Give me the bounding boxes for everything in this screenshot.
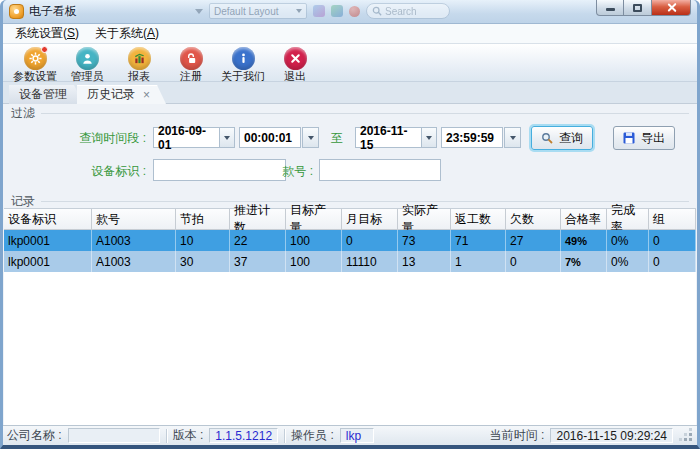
filter-group-title: 过滤: [11, 105, 35, 122]
gear-icon: [24, 47, 47, 70]
app-icon: [9, 4, 24, 19]
toolbar-exit[interactable]: 退出: [269, 45, 321, 83]
resize-grip-icon[interactable]: [681, 430, 693, 442]
table-row[interactable]: lkp0001 A1003 30 37 100 11110 13 1 0 7% …: [4, 251, 696, 272]
column-header[interactable]: 欠数: [506, 209, 561, 230]
version-value: 1.1.5.1212: [209, 428, 278, 443]
notification-badge: [41, 46, 48, 53]
records-grid: 设备标识 款号 节拍 推进计数 目标产量 月目标 实际产量 返工数 欠数 合格率…: [4, 208, 696, 425]
grid-empty-area: [4, 272, 696, 425]
unlock-icon: [180, 47, 203, 70]
date-from-picker[interactable]: 2016-09-01: [153, 127, 235, 148]
app-window: 电子看板 Default Layout Search: [0, 0, 700, 449]
minimize-icon: [606, 8, 615, 11]
info-icon: [232, 47, 255, 70]
person-icon: [76, 47, 99, 70]
filter-zone: 查询时间段 : 2016-09-01 00:00:01 至 2016-11-15…: [3, 120, 697, 192]
group-divider: [41, 113, 689, 114]
close-button[interactable]: [651, 0, 691, 16]
query-button[interactable]: 查询: [531, 126, 593, 150]
company-name-value: [68, 428, 160, 443]
tab-strip: 设备管理 历史记录 ×: [3, 82, 697, 104]
device-id-label: 设备标识 :: [3, 163, 146, 180]
status-bar: 公司名称 : 版本 : 1.1.5.1212 操作员 : lkp 当前时间 : …: [3, 425, 697, 445]
column-header[interactable]: 组: [649, 209, 696, 230]
menu-bar: 系统设置(S) 关于系统(A): [3, 24, 697, 44]
column-header[interactable]: 目标产量: [286, 209, 342, 230]
date-to-picker[interactable]: 2016-11-15: [355, 127, 437, 148]
filter-group-header: 过滤: [3, 104, 697, 120]
time-to-dropdown-button[interactable]: [504, 127, 521, 148]
column-header[interactable]: 款号: [92, 209, 176, 230]
column-header[interactable]: 月目标: [342, 209, 398, 230]
floppy-icon: [623, 132, 635, 144]
exit-icon: [284, 47, 307, 70]
column-header[interactable]: 实际产量: [398, 209, 451, 230]
grid-header-row: 设备标识 款号 节拍 推进计数 目标产量 月目标 实际产量 返工数 欠数 合格率…: [4, 209, 696, 230]
style-no-label: 款号 :: [253, 163, 313, 180]
toolbar-report[interactable]: 报表: [113, 45, 165, 83]
status-divider: [284, 429, 285, 443]
title-bar[interactable]: 电子看板 Default Layout Search: [3, 0, 697, 24]
layout-combo-value: Default Layout: [214, 6, 279, 17]
titlebar-embedded-toolbar: Default Layout Search: [195, 3, 450, 19]
main-toolbar: 参数设置 管理员 报表: [3, 44, 697, 82]
table-row[interactable]: lkp0001 A1003 10 22 100 0 73 71 27 49% 0…: [4, 230, 696, 251]
maximize-icon: [633, 4, 642, 12]
layout-combo[interactable]: Default Layout: [209, 3, 307, 19]
time-from-input[interactable]: 00:00:01: [239, 127, 301, 148]
search-icon: [541, 132, 553, 144]
maximize-button[interactable]: [624, 0, 651, 16]
column-header[interactable]: 完成率: [607, 209, 649, 230]
operator-label: 操作员 :: [291, 427, 334, 444]
column-header[interactable]: 返工数: [451, 209, 506, 230]
toolbar-about-us[interactable]: 关于我们: [217, 45, 269, 83]
tab-close-icon[interactable]: ×: [143, 90, 150, 100]
operator-value: lkp: [340, 428, 374, 443]
time-to-input[interactable]: 23:59:59: [441, 127, 503, 148]
main-content: 过滤 查询时间段 : 2016-09-01 00:00:01 至 2016-11…: [3, 104, 697, 425]
current-time-value: 2016-11-15 09:29:24: [550, 428, 673, 443]
style-no-input[interactable]: [319, 159, 441, 181]
close-icon: [666, 2, 677, 13]
column-header[interactable]: 节拍: [176, 209, 230, 230]
to-label: 至: [325, 130, 349, 147]
chevron-down-icon: [510, 136, 516, 140]
group-divider: [41, 201, 689, 202]
menu-system-settings[interactable]: 系统设置(S): [7, 23, 87, 44]
tab-history-records[interactable]: 历史记录 ×: [77, 85, 166, 104]
status-divider: [166, 429, 167, 443]
window-controls: [596, 0, 691, 16]
search-placeholder: Search: [385, 6, 417, 17]
records-group-header: 记录: [3, 192, 697, 208]
record-icon[interactable]: [349, 6, 360, 17]
menu-about-system[interactable]: 关于系统(A): [87, 23, 167, 44]
minimize-button[interactable]: [596, 0, 624, 16]
chart-icon: [128, 47, 151, 70]
tab-device-management[interactable]: 设备管理: [9, 85, 83, 104]
time-range-label: 查询时间段 :: [3, 130, 146, 147]
toolbar-administrator[interactable]: 管理员: [61, 45, 113, 83]
chevron-down-icon: [296, 9, 302, 13]
search-icon: [372, 6, 382, 16]
records-group-title: 记录: [11, 193, 35, 210]
chevron-down-icon: [308, 136, 314, 140]
chevron-down-icon[interactable]: [219, 128, 234, 147]
chevron-down-icon[interactable]: [421, 128, 436, 147]
toolbar-parameter-settings[interactable]: 参数设置: [9, 45, 61, 83]
column-header[interactable]: 设备标识: [4, 209, 92, 230]
column-header[interactable]: 推进计数: [230, 209, 286, 230]
column-header[interactable]: 合格率: [561, 209, 607, 230]
toolbar-register[interactable]: 注册: [165, 45, 217, 83]
company-name-label: 公司名称 :: [7, 427, 62, 444]
search-box[interactable]: Search: [366, 3, 450, 19]
export-button[interactable]: 导出: [613, 126, 675, 150]
current-time-label: 当前时间 :: [490, 427, 545, 444]
window-title: 电子看板: [29, 3, 77, 20]
layout-load-icon[interactable]: [331, 5, 343, 17]
time-from-dropdown-button[interactable]: [302, 127, 319, 148]
version-label: 版本 :: [173, 427, 204, 444]
chevron-down-icon[interactable]: [195, 9, 203, 14]
layout-save-icon[interactable]: [313, 5, 325, 17]
